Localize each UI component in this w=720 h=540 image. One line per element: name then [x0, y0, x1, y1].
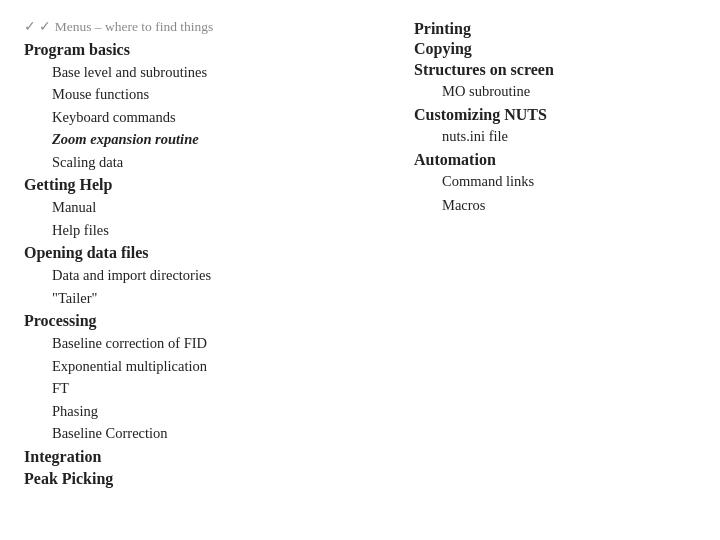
proc-item-2: Exponential multiplication	[24, 355, 384, 377]
automation-label: Automation	[414, 151, 696, 169]
checkmark-icon: ✓	[24, 19, 36, 34]
od-item-2: "Tailer"	[24, 287, 384, 309]
menu-top-item: ✓ ✓ Menus – where to find things	[24, 18, 384, 35]
automation-item-1: Command links	[414, 170, 696, 193]
proc-item-5: Baseline Correction	[24, 422, 384, 444]
automation-item-2: Macros	[414, 194, 696, 217]
opening-data-header: Opening data files	[24, 244, 384, 262]
getting-help-header: Getting Help	[24, 176, 384, 194]
nuts-ini-file-label: nuts.ini file	[414, 125, 696, 148]
structures-on-screen-label: Structures on screen	[414, 61, 696, 79]
menu-top-label: ✓ Menus – where to find things	[39, 19, 213, 34]
processing-header: Processing	[24, 312, 384, 330]
gh-item-2: Help files	[24, 219, 384, 241]
peak-picking-header: Peak Picking	[24, 470, 384, 488]
copying-label: Copying	[414, 40, 696, 58]
program-basics-header: Program basics	[24, 41, 384, 59]
od-item-1: Data and import directories	[24, 264, 384, 286]
left-column: ✓ ✓ Menus – where to find things Program…	[24, 18, 404, 522]
pb-item-1: Base level and subroutines	[24, 61, 384, 83]
customizing-nuts-label: Customizing NUTS	[414, 106, 696, 124]
pb-item-3: Keyboard commands	[24, 106, 384, 128]
mo-subroutine-label: MO subroutine	[414, 80, 696, 103]
integration-header: Integration	[24, 448, 384, 466]
proc-item-3: FT	[24, 377, 384, 399]
printing-label: Printing	[414, 20, 696, 38]
pb-item-2: Mouse functions	[24, 83, 384, 105]
proc-item-1: Baseline correction of FID	[24, 332, 384, 354]
pb-item-4: Zoom expansion routine	[24, 128, 384, 150]
gh-item-1: Manual	[24, 196, 384, 218]
pb-item-5: Scaling data	[24, 151, 384, 173]
proc-item-4: Phasing	[24, 400, 384, 422]
right-column: Printing Copying Structures on screen MO…	[404, 18, 696, 522]
